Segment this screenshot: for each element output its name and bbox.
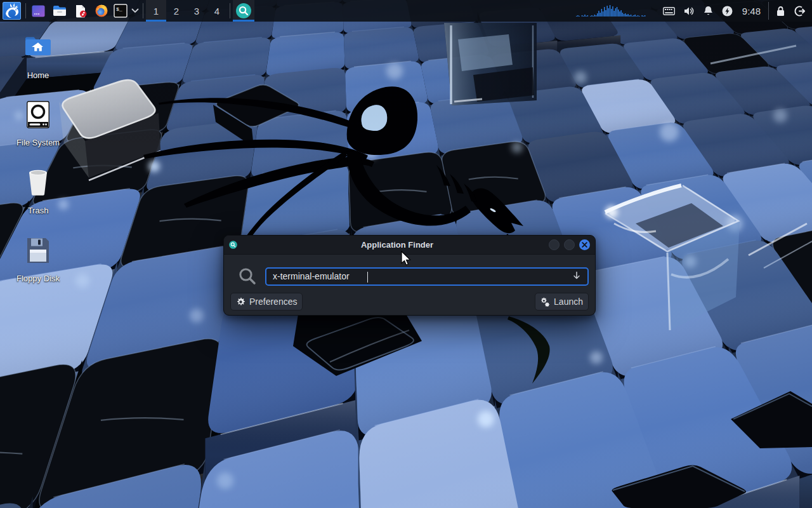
svg-text:$_: $_: [116, 6, 122, 12]
